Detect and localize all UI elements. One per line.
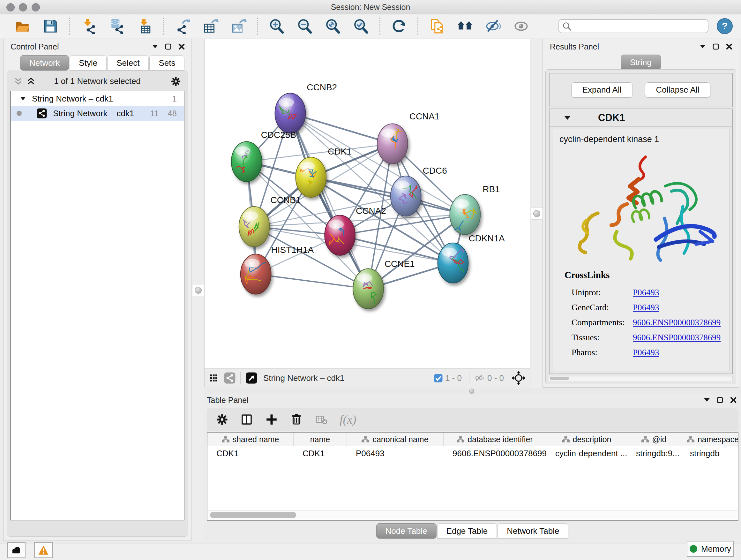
column-header-description[interactable]: description (546, 433, 627, 446)
expand-all-button[interactable]: Expand All (571, 82, 633, 98)
first-neighbors-icon[interactable] (457, 18, 473, 34)
network-row[interactable]: String Network – cdk1 11 48 (11, 106, 184, 121)
column-header-database-identifier[interactable]: database identifier (444, 433, 546, 446)
node-table[interactable]: shared namenamecanonical namedatabase id… (207, 432, 738, 521)
network-collection-row[interactable]: String Network – cdk1 1 (11, 91, 184, 106)
panel-close-icon[interactable] (730, 397, 737, 403)
network-node[interactable] (275, 93, 306, 133)
left-splitter-handle[interactable] (192, 284, 204, 296)
table-cell[interactable]: CDK1 (293, 446, 347, 460)
column-header-canonical-name[interactable]: canonical name (347, 433, 444, 446)
results-scrollbar[interactable] (549, 376, 733, 381)
zoom-selected-icon[interactable] (353, 18, 369, 34)
panel-collapse-icon[interactable] (704, 398, 710, 402)
crosslink-link[interactable]: 9606.ENSP00000378699 (633, 333, 721, 343)
network-canvas[interactable]: CCNB2CCNA1CDC25BCDK1CDC6RB1CCNB1CCNA2CDK… (204, 39, 530, 369)
network-node[interactable] (353, 269, 384, 309)
column-header-shared-name[interactable]: shared name (207, 433, 293, 446)
network-node[interactable] (231, 141, 262, 182)
column-header-namespace[interactable]: namespace (681, 433, 738, 446)
tab-edge-table[interactable]: Edge Table (437, 523, 497, 539)
network-edge[interactable] (290, 113, 392, 144)
export-table-icon[interactable] (203, 18, 219, 34)
table-cell[interactable]: cyclin-dependent ... (546, 446, 627, 460)
tab-network[interactable]: Network (20, 55, 69, 71)
delete-column-icon[interactable] (290, 413, 303, 426)
panel-float-icon[interactable] (717, 397, 723, 403)
tab-string[interactable]: String (621, 55, 661, 70)
panel-float-icon[interactable] (165, 44, 172, 50)
zoom-in-icon[interactable] (269, 18, 285, 34)
warnings-button[interactable] (34, 542, 53, 558)
apply-layout-icon[interactable] (391, 18, 407, 34)
create-column-icon[interactable] (265, 413, 278, 426)
tab-select[interactable]: Select (107, 55, 149, 71)
table-cell[interactable]: 9606.ENSP00000378699 (444, 446, 546, 460)
clone-network-icon[interactable] (429, 18, 445, 34)
panel-close-icon[interactable] (726, 44, 732, 50)
cloud-button[interactable] (7, 542, 25, 558)
network-node[interactable] (377, 124, 408, 164)
crosslink-link[interactable]: P06493 (633, 303, 659, 313)
export-network-icon[interactable] (175, 18, 191, 34)
delete-table-icon[interactable] (315, 413, 328, 426)
right-splitter[interactable] (530, 39, 542, 388)
selected-checkbox-icon[interactable] (434, 374, 443, 382)
zoom-fit-icon[interactable] (325, 18, 341, 34)
table-cell[interactable]: stringdb:9... (627, 446, 681, 460)
crosslink-link[interactable]: 9606.ENSP00000378699 (633, 318, 721, 327)
panel-float-icon[interactable] (713, 44, 719, 50)
table-options-gear-icon[interactable] (216, 413, 228, 426)
network-node[interactable] (325, 215, 355, 255)
import-network-icon[interactable] (80, 18, 96, 34)
bottom-splitter-handle[interactable] (469, 388, 474, 394)
zoom-out-icon[interactable] (297, 18, 313, 34)
open-session-icon[interactable] (14, 18, 30, 34)
export-image-icon[interactable] (231, 18, 247, 34)
show-columns-icon[interactable] (240, 413, 253, 426)
panel-collapse-icon[interactable] (700, 45, 705, 49)
column-header-name[interactable]: name (293, 433, 347, 446)
right-splitter-handle[interactable] (531, 207, 543, 220)
section-expander-icon[interactable] (564, 116, 570, 120)
birds-eye-view-icon[interactable] (209, 373, 219, 383)
memory-button[interactable]: Memory (687, 541, 734, 557)
bottom-splitter[interactable] (204, 388, 741, 394)
network-edge[interactable] (290, 113, 368, 289)
import-network-from-database-icon[interactable] (109, 18, 125, 34)
import-table-icon[interactable] (137, 18, 152, 34)
table-cell[interactable]: P06493 (347, 446, 444, 460)
table-cell[interactable]: CDK1 (207, 446, 293, 460)
network-badge-icon[interactable] (224, 372, 236, 384)
left-splitter[interactable] (192, 39, 204, 541)
tab-sets[interactable]: Sets (149, 55, 185, 71)
show-all-icon[interactable] (513, 18, 529, 34)
crosslink-link[interactable]: P06493 (633, 348, 659, 358)
gear-icon[interactable] (171, 76, 181, 87)
network-node[interactable] (295, 157, 326, 197)
fit-content-crosshair-icon[interactable] (512, 371, 526, 385)
tab-node-table[interactable]: Node Table (376, 523, 436, 539)
gene-section-header[interactable]: CDK1 (549, 109, 732, 127)
network-node[interactable] (450, 194, 481, 235)
save-session-icon[interactable] (43, 18, 58, 34)
column-header--id[interactable]: @id (627, 433, 681, 446)
network-edge[interactable] (256, 274, 368, 289)
tab-network-table[interactable]: Network Table (497, 523, 568, 539)
network-node[interactable] (391, 176, 421, 216)
panel-collapse-icon[interactable] (152, 45, 158, 49)
tree-expander-icon[interactable] (20, 97, 25, 101)
search-input[interactable] (558, 19, 709, 33)
table-cell[interactable]: stringdb (681, 446, 738, 460)
table-horizontal-scrollbar[interactable] (208, 510, 737, 519)
help-button[interactable]: ? (717, 18, 733, 34)
collapse-all-button[interactable]: Collapse All (645, 82, 711, 98)
crosslink-link[interactable]: P06493 (633, 288, 659, 298)
panel-close-icon[interactable] (179, 44, 185, 50)
table-row[interactable]: CDK1CDK1P064939606.ENSP00000378699cyclin… (207, 446, 738, 460)
network-node[interactable] (239, 206, 270, 247)
network-node[interactable] (241, 254, 271, 294)
network-node[interactable] (438, 243, 468, 283)
open-in-window-icon[interactable] (246, 372, 258, 384)
hide-selected-icon[interactable] (485, 18, 501, 34)
